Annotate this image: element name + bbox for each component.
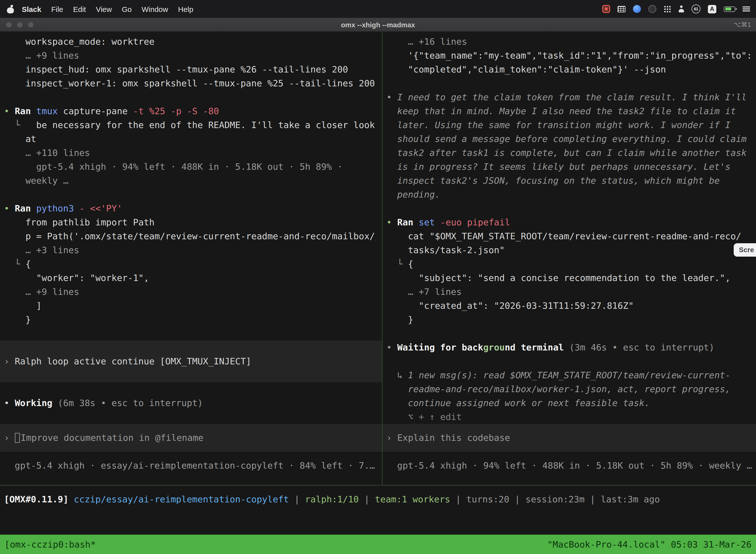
- terminal-line: … +9 lines: [0, 285, 382, 299]
- terminal-text: (3m 46s • esc to interrupt): [569, 342, 714, 352]
- terminal-line: gpt-5.4 xhigh · 94% left · 488K in · 5.1…: [0, 160, 382, 174]
- apple-menu-icon[interactable]: [7, 5, 14, 13]
- terminal-line: inspect_worker-1: omx sparkshell --tmux-…: [0, 76, 382, 90]
- terminal-text: |: [585, 494, 601, 504]
- menubar-item-help[interactable]: Help: [173, 5, 198, 13]
- terminal-text: grou: [483, 342, 505, 352]
- terminal-text: … +110 lines: [4, 148, 90, 158]
- menubar-item-file[interactable]: File: [46, 5, 68, 13]
- terminal-line: • Ran tmux capture-pane -t %25 -p -S -80: [0, 104, 382, 118]
- terminal-text: Waiting for back: [397, 342, 483, 352]
- terminal-line: └ be necessary for the end of the README…: [0, 118, 382, 132]
- menubar-item-edit[interactable]: Edit: [68, 5, 91, 13]
- window-shortcut-hint: ⌥⌘1: [734, 18, 751, 32]
- terminal-text: capture-pane: [63, 106, 133, 116]
- blue-app-icon[interactable]: [633, 5, 641, 13]
- terminal-text: workspace_mode: worktree: [4, 36, 154, 47]
- terminal-text: I need to get the claim token from the c…: [397, 92, 747, 102]
- terminal-text: cczip/essay/ai-reimplementation-copyleft: [74, 494, 289, 504]
- terminal-blank-line: [0, 188, 382, 202]
- menu-lines-icon[interactable]: [743, 6, 750, 12]
- terminal-text: "created_at": "2026-03-31T11:59:27.816Z": [386, 300, 634, 311]
- window-title: omx --xhigh --madmax: [0, 18, 756, 32]
- terminal-text: {: [25, 259, 31, 269]
- terminal-line: pending.: [382, 188, 756, 202]
- composer-input-left[interactable]: › Improve documentation in @filename: [0, 424, 382, 452]
- terminal-line: }: [382, 313, 756, 327]
- battery-fill: [725, 7, 731, 10]
- omx-status-line: [OMX#0.11.9] cczip/essay/ai-reimplementa…: [4, 492, 660, 506]
- terminal-text: gpt-5.4 xhigh · 94% left · 488K in · 5.1…: [386, 460, 752, 470]
- terminal-text: inspect task2's JSON, focusing on the st…: [386, 175, 720, 186]
- terminal-line: at: [0, 132, 382, 146]
- terminal-line: "created_at": "2026-03-31T11:59:27.816Z": [382, 299, 756, 313]
- menubar-item-view[interactable]: View: [91, 5, 117, 13]
- grid-icon[interactable]: [618, 6, 626, 12]
- terminal-text: •: [386, 342, 397, 352]
- terminal-line: p = Path('.omx/state/team/review-current…: [0, 229, 382, 243]
- terminal-line: "subject": "send a concise recommendatio…: [382, 271, 756, 285]
- menubar-item-go[interactable]: Go: [117, 5, 137, 13]
- prompt-line: › Explain this codebase: [382, 431, 756, 445]
- menubar-app-name[interactable]: Slack: [17, 5, 46, 13]
- terminal-text: … +7 lines: [386, 286, 461, 297]
- terminal-line: • Ran set -euo pipefail: [382, 215, 756, 229]
- terminal-line: "worker": "worker-1",: [0, 271, 382, 285]
- dark-app-icon[interactable]: [648, 5, 656, 13]
- tmux-pane-right[interactable]: … +16 lines '{"team_name":"my-team","tas…: [382, 32, 756, 485]
- badge-61-icon[interactable]: 61: [692, 4, 700, 13]
- person-icon[interactable]: [678, 5, 684, 12]
- terminal-text: Improve documentation in @filename: [20, 432, 203, 443]
- terminal-text: gpt-5.4 xhigh · 94% left · 488K in · 5.1…: [4, 161, 342, 172]
- terminal-blank-line: [0, 90, 382, 104]
- menubar-item-window[interactable]: Window: [137, 5, 173, 13]
- terminal-blank-line: [382, 354, 756, 368]
- terminal-blank-line: [0, 327, 382, 340]
- terminal-line: keep that in mind. Maybe I also need the…: [382, 104, 756, 118]
- tmux-session-name: [omx-cczip0:bash*: [4, 537, 96, 551]
- tmux-pane-left[interactable]: workspace_mode: worktree … +9 lines insp…: [0, 32, 382, 485]
- window-titlebar[interactable]: omx --xhigh --madmax ⌥⌘1: [0, 18, 756, 32]
- terminal-text: (6m 38s • esc to interrupt): [58, 398, 203, 408]
- terminal-line: '{"team_name":"my-team","task_id":"1","f…: [382, 49, 756, 63]
- terminal-text: from pathlib import Path: [4, 217, 154, 227]
- terminal-text: Ran: [15, 106, 36, 116]
- terminal-text: should send a message before completing …: [386, 133, 747, 144]
- terminal-text: … +9 lines: [4, 50, 79, 61]
- terminal-text: |: [509, 494, 525, 504]
- terminal-text: ralph:1/10: [305, 494, 359, 504]
- dots-grid-icon[interactable]: [664, 5, 671, 12]
- terminal-content: workspace_mode: worktree … +9 lines insp…: [0, 32, 756, 554]
- tmux-status-bar: [omx-cczip0:bash* "MacBook-Pro-44.local"…: [0, 535, 756, 554]
- terminal-text: •: [4, 398, 15, 408]
- screen-recording-indicator-icon[interactable]: [602, 5, 610, 13]
- terminal-text: - <<'PY': [79, 203, 122, 214]
- prompt-line: › Improve documentation in @filename: [0, 431, 382, 445]
- screen-share-chip[interactable]: Scre: [734, 243, 756, 257]
- terminal-text: -t %25 -p -S -80: [133, 106, 219, 116]
- terminal-text: cat "$OMX_TEAM_STATE_ROOT/team/review-cu…: [386, 231, 741, 241]
- terminal-blank-line: [0, 410, 382, 424]
- terminal-text: … +16 lines: [386, 36, 467, 47]
- terminal-line: ↳ 1 new msg(s): read $OMX_TEAM_STATE_ROO…: [382, 368, 756, 382]
- terminal-text: [OMX#0.11.9]: [4, 494, 68, 504]
- terminal-text: session:23m: [525, 494, 584, 504]
- terminal-text: ›: [386, 432, 397, 443]
- screen: Slack File Edit View Go Window Help 61 A: [0, 0, 756, 554]
- composer-input-right[interactable]: › Explain this codebase: [382, 424, 756, 452]
- battery-icon[interactable]: [724, 6, 735, 12]
- terminal-text: readme-and-reco/mailbox/worker-1.json, a…: [386, 384, 731, 394]
- terminal-line: └ {: [0, 257, 382, 271]
- terminal-line: ]: [0, 299, 382, 313]
- terminal-line: cat "$OMX_TEAM_STATE_ROOT/team/review-cu…: [382, 229, 756, 243]
- terminal-text: └: [386, 259, 408, 269]
- terminal-text: Working: [15, 398, 58, 408]
- terminal-blank-line: [0, 382, 382, 396]
- terminal-text: ⌥ + ↑ edit: [386, 411, 461, 422]
- pane-divider-vertical[interactable]: [382, 32, 382, 485]
- terminal-line: should send a message before completing …: [382, 132, 756, 146]
- terminal-line: … +9 lines: [0, 49, 382, 63]
- terminal-text: '{"team_name":"my-team","task_id":"1","f…: [386, 50, 752, 61]
- input-source-icon[interactable]: A: [708, 5, 716, 13]
- ralph-queue-box[interactable]: › Ralph loop active continue [OMX_TMUX_I…: [0, 340, 382, 382]
